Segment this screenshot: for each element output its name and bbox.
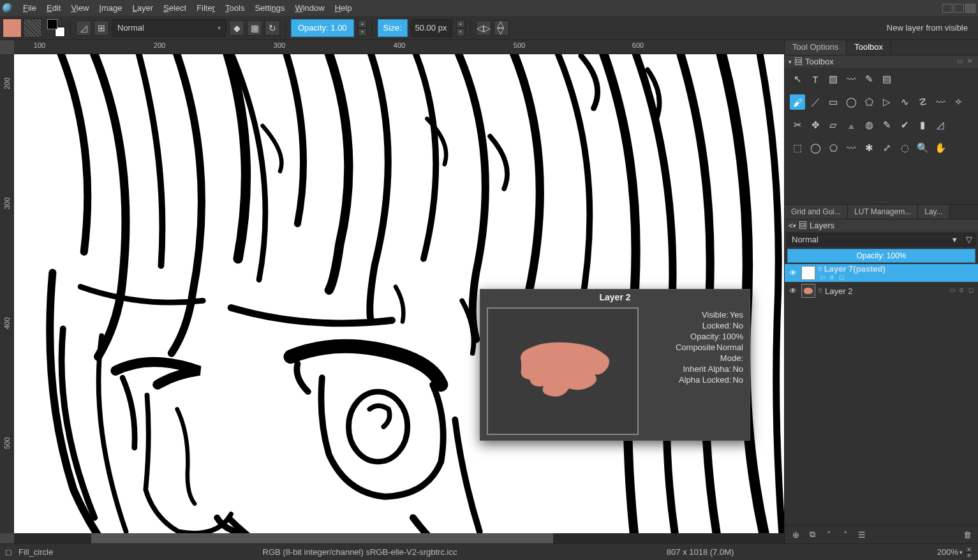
menu-file[interactable]: File bbox=[18, 1, 41, 15]
collapse-icon[interactable]: ▾ bbox=[793, 223, 796, 229]
close-icon[interactable]: ✕ bbox=[965, 57, 974, 66]
polygon-select-icon[interactable]: ⬠ bbox=[826, 140, 841, 156]
crop-tool-icon[interactable]: ✂ bbox=[790, 117, 805, 133]
menu-window[interactable]: Window bbox=[290, 1, 329, 15]
layer-lock-icon[interactable]: ◻ bbox=[837, 274, 846, 283]
contiguous-select-icon[interactable]: ✱ bbox=[861, 140, 877, 156]
chevron-down-icon[interactable]: ▾ bbox=[959, 549, 963, 556]
horizontal-scrollbar[interactable] bbox=[14, 533, 784, 543]
perspective-tool-icon[interactable]: ▱ bbox=[826, 117, 841, 133]
text-tool-icon[interactable]: T bbox=[808, 71, 823, 87]
bezier-select-icon[interactable]: ◌ bbox=[897, 140, 912, 156]
zoom-spinner[interactable]: ▴▾ bbox=[965, 546, 973, 559]
menu-select[interactable]: Select bbox=[158, 1, 191, 15]
float-icon[interactable]: ▭ bbox=[955, 57, 964, 66]
deform-tool-icon[interactable]: ⟁ bbox=[843, 117, 859, 133]
ruler-vertical[interactable]: 200 300 400 500 bbox=[0, 54, 14, 533]
pattern-swatch[interactable] bbox=[23, 18, 42, 38]
rect-tool-icon[interactable]: ▭ bbox=[826, 94, 841, 110]
visibility-icon[interactable]: 👁 bbox=[787, 286, 799, 295]
eraser-toggle-icon[interactable]: ◆ bbox=[229, 20, 244, 36]
transform-tool-icon[interactable]: ✥ bbox=[808, 117, 823, 133]
layer-row[interactable]: 👁 ✎ ⠿ Layer 7(pasted) ▭α◻ bbox=[785, 264, 978, 282]
layer-name[interactable]: Layer 2 bbox=[825, 286, 945, 296]
foreground-gradient-swatch[interactable] bbox=[3, 18, 22, 38]
move-up-icon[interactable]: ˄ bbox=[838, 528, 852, 541]
zoom-value[interactable]: 200% bbox=[937, 547, 958, 557]
blend-mode-combo[interactable]: Normal ▾ bbox=[112, 19, 226, 37]
ellipse-tool-icon[interactable]: ◯ bbox=[843, 94, 859, 110]
layer-prop-icon[interactable]: ▭ bbox=[947, 286, 956, 295]
tab-toolbox[interactable]: Toolbox bbox=[847, 40, 891, 55]
menu-settings[interactable]: Settings bbox=[249, 1, 290, 15]
ruler-horizontal[interactable]: 100 200 300 400 500 600 bbox=[14, 40, 784, 54]
ellipse-select-icon[interactable]: ◯ bbox=[808, 140, 823, 156]
menu-filter[interactable]: Filter bbox=[191, 1, 220, 15]
layer-name[interactable]: Layer 7(pasted) bbox=[824, 264, 885, 274]
mirror-horizontal-icon[interactable]: ◁▷ bbox=[476, 20, 491, 36]
menu-help[interactable]: Help bbox=[330, 1, 357, 15]
menu-edit[interactable]: Edit bbox=[41, 1, 66, 15]
size-input[interactable]: 50.00 px bbox=[410, 19, 453, 37]
calligraphy-icon[interactable]: 〰 bbox=[843, 71, 859, 87]
edit-shapes-icon[interactable]: ▨ bbox=[826, 71, 841, 87]
smart-fill-icon[interactable]: ✔ bbox=[897, 117, 912, 133]
layer-prop-icon[interactable]: ▭ bbox=[818, 274, 827, 283]
dynamic-brush-icon[interactable]: 〰 bbox=[933, 94, 948, 110]
color-picker-icon[interactable]: ✎ bbox=[879, 117, 894, 133]
workspace-icon[interactable] bbox=[954, 4, 964, 13]
tab-lut[interactable]: LUT Managem... bbox=[848, 205, 918, 219]
tab-layers[interactable]: Lay... bbox=[918, 205, 949, 219]
alpha-lock-icon[interactable]: ▦ bbox=[247, 20, 262, 36]
reload-preset-icon[interactable]: ↻ bbox=[265, 20, 280, 36]
line-tool-icon[interactable]: ／ bbox=[808, 94, 823, 110]
multi-brush-icon[interactable]: ✧ bbox=[951, 94, 966, 110]
freehand-path-icon[interactable]: ☡ bbox=[915, 94, 930, 110]
layer-properties-icon[interactable]: ☰ bbox=[855, 528, 869, 541]
opacity-slider[interactable]: Opacity: 1.00 bbox=[291, 19, 354, 37]
workspace-icon[interactable] bbox=[942, 4, 952, 13]
polyline-tool-icon[interactable]: ▷ bbox=[879, 94, 894, 110]
delete-layer-icon[interactable]: 🗑 bbox=[960, 528, 974, 541]
layer-blend-combo[interactable]: Normal ▾ bbox=[787, 233, 961, 246]
layer-filter-icon[interactable]: ▽ bbox=[963, 233, 975, 246]
mirror-vertical-icon[interactable]: ◁▷ bbox=[494, 20, 509, 36]
polygon-tool-icon[interactable]: ⬠ bbox=[861, 94, 877, 110]
layer-alpha-icon[interactable]: α bbox=[957, 286, 966, 295]
menu-layer[interactable]: Layer bbox=[127, 1, 158, 15]
scrollbar-thumb[interactable] bbox=[91, 533, 553, 543]
brush-tool-icon[interactable]: 🖌 bbox=[790, 94, 805, 110]
workspace-icon[interactable] bbox=[965, 4, 975, 13]
gradient-tool-icon[interactable]: ▮ bbox=[915, 117, 930, 133]
duplicate-layer-icon[interactable]: ⧉ bbox=[805, 528, 819, 541]
toolbox-header[interactable]: ▾ 🞖 Toolbox ▭ ✕ bbox=[785, 55, 978, 68]
fill-tool-icon[interactable]: ◍ bbox=[861, 117, 877, 133]
fg-bg-colors[interactable] bbox=[47, 19, 65, 37]
zoom-tool-icon[interactable]: 🔍 bbox=[915, 140, 930, 156]
visibility-icon[interactable]: 👁 bbox=[787, 269, 799, 277]
measure-tool-icon[interactable]: ◿ bbox=[933, 117, 948, 133]
size-spinner[interactable]: ▴▾ bbox=[456, 20, 465, 36]
layer-row[interactable]: 👁 ⠿ Layer 2 ▭α◻ bbox=[785, 282, 978, 300]
workspace-switcher[interactable] bbox=[942, 4, 975, 13]
collapse-icon[interactable]: ▾ bbox=[789, 59, 792, 65]
layer-opacity-slider[interactable]: Opacity: 100% bbox=[787, 249, 975, 263]
pan-tool-icon[interactable]: ✋ bbox=[933, 140, 948, 156]
layers-header[interactable]: < ▾ 🞖 Layers bbox=[785, 219, 978, 232]
move-down-icon[interactable]: ˅ bbox=[822, 528, 836, 541]
tab-grid[interactable]: Grid and Gui... bbox=[785, 205, 848, 219]
layer-alpha-icon[interactable]: α bbox=[827, 274, 836, 283]
bezier-tool-icon[interactable]: ∿ bbox=[897, 94, 912, 110]
brush-settings-icon[interactable]: ⊞ bbox=[94, 20, 109, 36]
layer-lock-icon[interactable]: ◻ bbox=[967, 286, 975, 295]
pattern-tool-icon[interactable]: ▤ bbox=[879, 71, 894, 87]
opacity-spinner[interactable]: ▴▾ bbox=[358, 20, 367, 36]
similar-select-icon[interactable]: ⤢ bbox=[879, 140, 894, 156]
brush-preset-icon[interactable]: ◿ bbox=[76, 20, 91, 36]
menu-view[interactable]: View bbox=[66, 1, 94, 15]
menu-image[interactable]: Image bbox=[94, 1, 127, 15]
pencil-tool-icon[interactable]: ✎ bbox=[861, 71, 877, 87]
move-tool-icon[interactable]: ↖ bbox=[790, 71, 805, 87]
add-layer-icon[interactable]: ⊕ bbox=[789, 528, 803, 541]
rect-select-icon[interactable]: ⬚ bbox=[790, 140, 805, 156]
